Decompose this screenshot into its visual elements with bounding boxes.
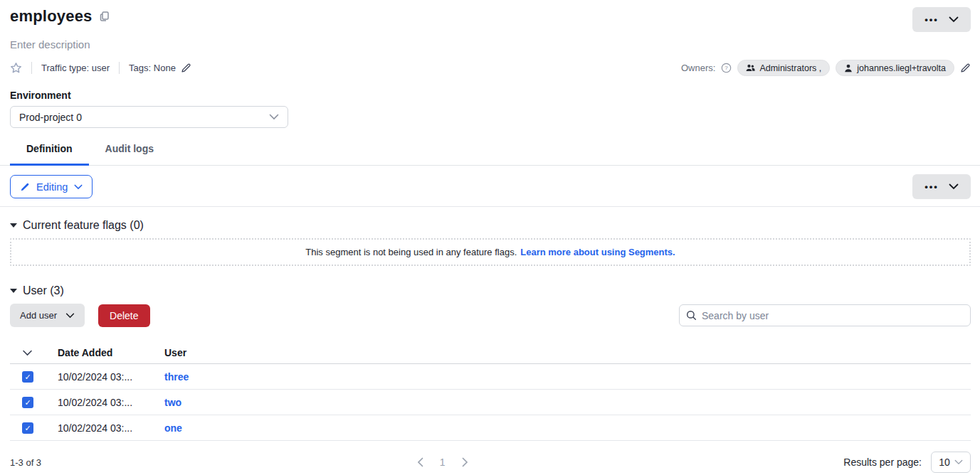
chevron-down-icon [74, 184, 83, 190]
search-icon [686, 310, 697, 321]
delete-button[interactable]: Delete [98, 304, 149, 327]
person-icon [844, 64, 853, 73]
copy-icon[interactable] [99, 11, 110, 22]
pencil-icon [20, 182, 30, 192]
help-question-icon[interactable]: ? [721, 63, 732, 73]
table-row: 10/02/2024 03:... three [10, 364, 971, 390]
pager: 1 [41, 457, 843, 468]
header-more-button[interactable]: ••• [912, 7, 971, 32]
chevron-down-icon [269, 114, 279, 120]
owner-name: johannes.liegl+travolta [857, 63, 946, 73]
table-row: 10/02/2024 03:... two [10, 390, 971, 415]
chevron-down-icon [954, 459, 963, 465]
tab-definition[interactable]: Definition [10, 143, 89, 166]
empty-state-text: This segment is not being used in any fe… [305, 247, 517, 257]
page-header: employees ••• [0, 0, 980, 32]
user-link[interactable]: two [164, 397, 181, 408]
environment-selected-value: Prod-project 0 [19, 112, 82, 123]
previous-page-button[interactable] [417, 457, 423, 467]
row-checkbox[interactable] [22, 371, 33, 383]
results-per-page-select[interactable]: 10 [931, 452, 971, 473]
segment-more-button[interactable]: ••• [912, 174, 971, 199]
ellipsis-icon: ••• [924, 14, 939, 25]
results-per-page-value: 10 [939, 457, 950, 468]
group-icon [746, 64, 755, 72]
traffic-type-label: Traffic type: user [41, 63, 110, 73]
results-range-label: 1-3 of 3 [10, 457, 41, 468]
edit-tags-pencil-icon[interactable] [181, 63, 191, 73]
search-input[interactable] [702, 310, 964, 321]
divider [119, 62, 120, 74]
user-heading: User (3) [23, 284, 64, 297]
user-toolbar: Add user Delete [0, 304, 980, 327]
meta-row: Traffic type: user Tags: None Owners: ? … [0, 60, 980, 76]
user-section-header[interactable]: User (3) [0, 284, 980, 297]
ellipsis-icon: ••• [924, 181, 939, 192]
feature-flags-heading: Current feature flags (0) [23, 219, 144, 232]
add-user-label: Add user [20, 310, 57, 321]
feature-flags-section-header[interactable]: Current feature flags (0) [0, 219, 980, 232]
description-placeholder[interactable]: Enter description [0, 38, 980, 50]
user-link[interactable]: three [164, 371, 189, 383]
chevron-down-icon [949, 16, 959, 23]
row-date: 10/02/2024 03:... [58, 371, 164, 383]
segment-toolbar: Editing ••• [0, 174, 980, 199]
owner-badge-user[interactable]: johannes.liegl+travolta [836, 60, 954, 76]
divider [0, 206, 980, 207]
user-table: Date Added User 10/02/2024 03:... three … [0, 342, 980, 441]
current-page-number[interactable]: 1 [440, 457, 446, 468]
row-date: 10/02/2024 03:... [58, 422, 164, 434]
environment-select[interactable]: Prod-project 0 [10, 106, 288, 128]
tabs-bar: Definition Audit logs [0, 143, 980, 166]
add-user-button[interactable]: Add user [10, 304, 85, 327]
table-row: 10/02/2024 03:... one [10, 415, 971, 441]
favorite-star-icon[interactable] [10, 62, 22, 74]
select-all-chevron-icon[interactable] [22, 350, 33, 356]
owner-badge-administrators[interactable]: Administrators , [737, 60, 830, 76]
column-header-user[interactable]: User [164, 347, 971, 358]
user-link[interactable]: one [164, 422, 182, 434]
page-title: employees [10, 7, 93, 26]
table-header-row: Date Added User [10, 342, 971, 364]
feature-flags-empty-state: This segment is not being used in any fe… [10, 238, 971, 266]
editing-mode-button[interactable]: Editing [10, 175, 93, 198]
owners-label: Owners: [681, 63, 715, 73]
column-header-date-added[interactable]: Date Added [58, 347, 164, 358]
next-page-button[interactable] [462, 457, 468, 467]
tags-label: Tags: None [129, 63, 176, 73]
results-per-page-label: Results per page: [843, 457, 922, 468]
user-search-box [679, 304, 971, 326]
svg-text:?: ? [725, 65, 729, 71]
collapse-triangle-icon [10, 289, 17, 293]
row-checkbox[interactable] [22, 397, 33, 408]
editing-label: Editing [36, 181, 68, 193]
collapse-triangle-icon [10, 223, 17, 228]
divider [31, 62, 32, 74]
learn-more-link[interactable]: Learn more about using Segments. [520, 247, 675, 257]
owner-name: Administrators , [759, 63, 821, 73]
row-date: 10/02/2024 03:... [58, 397, 164, 408]
pagination-footer: 1-3 of 3 1 Results per page: 10 [0, 452, 980, 473]
environment-label: Environment [0, 90, 980, 101]
chevron-down-icon [65, 313, 75, 319]
row-checkbox[interactable] [22, 422, 33, 434]
chevron-down-icon [949, 183, 959, 190]
edit-owners-pencil-icon[interactable] [960, 63, 971, 73]
tab-audit-logs[interactable]: Audit logs [89, 143, 170, 166]
